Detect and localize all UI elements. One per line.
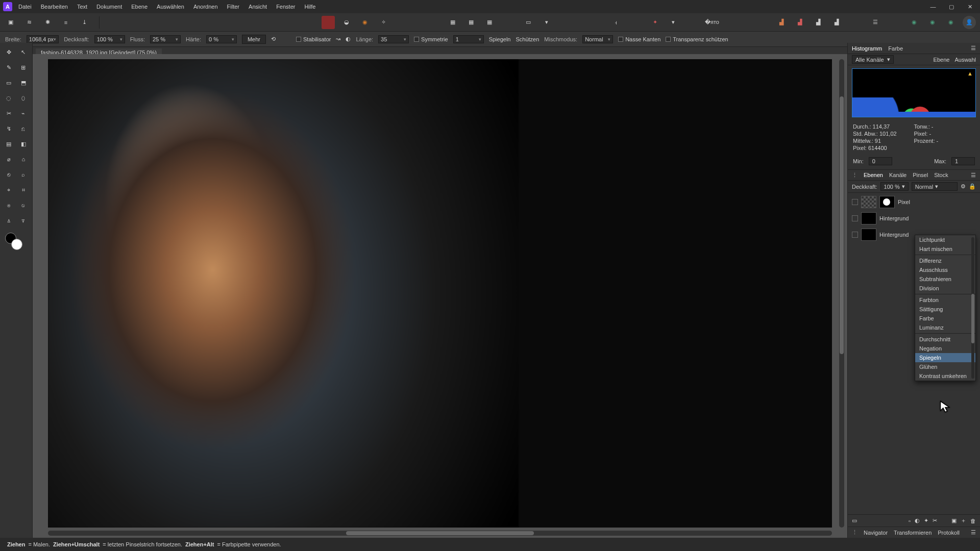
swatch-red-icon[interactable]	[322, 16, 335, 29]
crop2-icon[interactable]: ✂	[933, 517, 937, 524]
wand2-icon[interactable]: ✦	[648, 16, 662, 29]
panel-menu-icon[interactable]: ☰	[971, 529, 976, 536]
cloud-b-icon[interactable]: ◉	[926, 16, 939, 29]
panel-menu-icon[interactable]: ☰	[971, 45, 976, 52]
blendmode-option[interactable]: Spiegeln	[915, 353, 975, 362]
arrange-icon[interactable]: ☰	[869, 16, 882, 29]
blendmode-option[interactable]: Lichtpunkt	[915, 235, 975, 244]
scope-auswahl[interactable]: Auswahl	[954, 57, 976, 63]
blur-tool[interactable]: ⎋	[2, 167, 16, 182]
color-wheel-icon[interactable]: ◉	[358, 16, 372, 29]
layer-opacity-input[interactable]: 100 %▾	[880, 182, 909, 191]
blendmode-option[interactable]: Negation	[915, 344, 975, 353]
pressure-icon[interactable]: ⟲	[271, 36, 276, 42]
account-icon[interactable]: 👤	[963, 16, 976, 29]
tab-brushes[interactable]: Pinsel	[913, 172, 928, 178]
cloud-a-icon[interactable]: ◉	[908, 16, 921, 29]
blendmode-option[interactable]: Hart mischen	[915, 244, 975, 254]
blendmode-option[interactable]: Differenz	[915, 256, 975, 265]
menu-ansicht[interactable]: Ansicht	[249, 4, 267, 10]
mesh-tool[interactable]: ⍉	[17, 198, 31, 212]
horizontal-scrollbar[interactable]	[48, 531, 832, 536]
develop-persona-icon[interactable]: ✺	[41, 16, 54, 29]
hand-tool[interactable]: ⌖	[2, 183, 16, 197]
panel-grip-icon[interactable]: ⋮	[852, 172, 857, 179]
zoom-tool[interactable]: ⌕	[17, 167, 31, 182]
mask-icon[interactable]: ▭	[852, 517, 857, 524]
heal-tool[interactable]: ⌂	[17, 152, 31, 166]
channel-select[interactable]: Alle Kanäle▾	[852, 55, 894, 64]
blendmode-option[interactable]: Subtrahieren	[915, 274, 975, 284]
grid-a-icon[interactable]: ▦	[446, 16, 459, 29]
background-color[interactable]	[11, 239, 22, 250]
trash-icon[interactable]: 🗑	[970, 518, 976, 524]
flow-input[interactable]: 25 %▾	[150, 35, 181, 43]
hardness-input[interactable]: 0 %▾	[206, 35, 237, 43]
width-input[interactable]: 1068,4 px▾	[27, 35, 59, 43]
shape-tool[interactable]: ⬒	[17, 76, 31, 90]
live-icon[interactable]: ✦	[924, 517, 928, 524]
scope-ebene[interactable]: Ebene	[934, 57, 950, 63]
grid-b-icon[interactable]: ▦	[464, 16, 478, 29]
camera-icon[interactable]: �ято	[705, 16, 719, 29]
star-tool[interactable]: ⍟	[2, 198, 16, 212]
gear-icon[interactable]: ⚙	[961, 183, 966, 190]
panel-menu-icon[interactable]: ☰	[971, 172, 976, 179]
chevron-down-icon[interactable]: ▾	[667, 16, 680, 29]
menu-dokument[interactable]: Dokument	[96, 4, 122, 10]
blendmode-option[interactable]: Luminanz	[915, 323, 975, 332]
blendmode-option[interactable]: Farbe	[915, 314, 975, 323]
grid-c-icon[interactable]: ▦	[483, 16, 496, 29]
liquify-persona-icon[interactable]: ≋	[22, 16, 36, 29]
fx-icon[interactable]: ▫	[909, 518, 911, 524]
crop-tool[interactable]: ⊞	[17, 60, 31, 74]
tab-navigator[interactable]: Navigator	[864, 530, 888, 536]
dropdown-scrollbar[interactable]	[971, 237, 974, 379]
clone-tool[interactable]: ⌀	[2, 152, 16, 166]
picker-tool[interactable]: ⍒	[17, 213, 31, 228]
tone-persona-icon[interactable]: ≡	[59, 16, 72, 29]
menu-auswaehlen[interactable]: Auswählen	[157, 4, 184, 10]
wet-edges-checkbox[interactable]: Nasse Kanten	[618, 36, 660, 42]
menu-ebene[interactable]: Ebene	[131, 4, 148, 10]
layer-c-icon[interactable]: ▟	[812, 16, 825, 29]
burn-tool[interactable]: ◧	[17, 137, 31, 151]
panel-grip-icon[interactable]: ⋮	[852, 529, 857, 536]
blendmode-dropdown[interactable]: LichtpunktHart mischenDifferenzAusschlus…	[915, 235, 976, 381]
move-tool[interactable]: ✥	[2, 45, 16, 59]
view-tool[interactable]: ⍋	[2, 213, 16, 228]
symmetry-input[interactable]: 1▾	[453, 35, 484, 43]
tab-layers[interactable]: Ebenen	[864, 172, 883, 178]
layer-blendmode-select[interactable]: Normal▾	[912, 182, 958, 191]
adjust-icon[interactable]: ◐	[915, 517, 920, 524]
blendmode-option[interactable]: Kontrast umkehren	[915, 371, 975, 381]
menu-hilfe[interactable]: Hilfe	[304, 4, 315, 10]
gradient-tool[interactable]: ⎌	[17, 121, 31, 136]
vertical-scrollbar[interactable]	[839, 59, 844, 528]
chevron-down-icon[interactable]: ▾	[540, 16, 553, 29]
tab-channels[interactable]: Kanäle	[889, 172, 906, 178]
visibility-toggle[interactable]	[852, 199, 858, 205]
protect-checkbox[interactable]: Schützen	[516, 36, 539, 42]
menu-filter[interactable]: Filter	[227, 4, 239, 10]
menu-fenster[interactable]: Fenster	[276, 4, 295, 10]
layer-d-icon[interactable]: ▟	[830, 16, 843, 29]
add-icon[interactable]: ＋	[961, 517, 966, 524]
lock-icon[interactable]: 🔒	[969, 183, 976, 190]
tab-transform[interactable]: Transformieren	[894, 530, 932, 536]
visibility-toggle[interactable]	[852, 232, 858, 238]
max-input[interactable]: 1	[951, 157, 975, 165]
text-tool[interactable]: ⌗	[17, 183, 31, 197]
visibility-toggle[interactable]	[852, 215, 858, 221]
fill-tool[interactable]: ↯	[2, 121, 16, 136]
length-input[interactable]: 35▾	[378, 35, 409, 43]
wand-icon[interactable]: ✧	[377, 16, 390, 29]
layer-row[interactable]: Hintergrund	[851, 211, 977, 226]
layer-a-icon[interactable]: ▟	[775, 16, 788, 29]
align-icon[interactable]: ⫞	[609, 16, 623, 29]
layer-name[interactable]: Hintergrund	[879, 215, 976, 221]
window-icon[interactable]: ◐	[346, 36, 351, 42]
maximize-button[interactable]: ▢	[944, 2, 959, 11]
group-icon[interactable]: ▣	[951, 517, 957, 524]
layer-mask-thumb[interactable]	[879, 196, 895, 208]
